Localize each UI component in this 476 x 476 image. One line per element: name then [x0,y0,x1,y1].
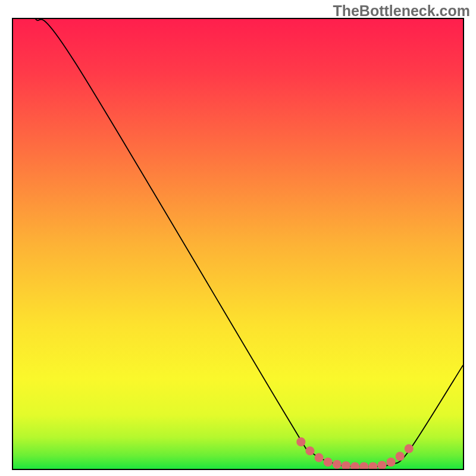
background-gradient [13,19,463,469]
chart-container: TheBottleneck.com [0,0,476,476]
svg-rect-0 [13,19,463,469]
plot-area [12,18,464,470]
watermark-text: TheBottleneck.com [333,2,470,20]
